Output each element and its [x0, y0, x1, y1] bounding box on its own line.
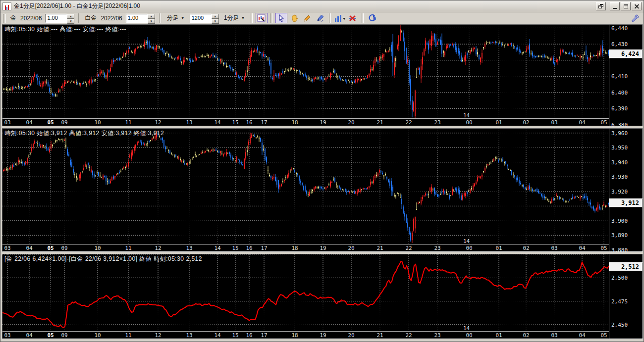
x-tick-label: 16 — [246, 119, 252, 126]
gold-symbol-label: 金 — [10, 14, 16, 22]
platinum-ratio-up-button[interactable]: ▲ — [148, 14, 155, 19]
y-tick-label: 3,880 — [611, 247, 628, 253]
x-tick-label: 19 — [320, 245, 326, 251]
delete-cross-icon — [348, 14, 357, 22]
x-tick-label: 10 — [94, 332, 101, 339]
x-tick-label: 22 — [405, 245, 412, 251]
platinum-chart-canvas[interactable]: 14 — [2, 129, 609, 244]
y-tick-label: 3,900 — [611, 218, 628, 224]
platinum-chart-panel: 14 時刻:05:30 始値:3,912 高値:3,912 安値:3,912 終… — [2, 128, 643, 252]
wrench-icon — [631, 14, 640, 22]
gold-chart-canvas[interactable]: 14 — [2, 25, 609, 118]
gold-contract-month: 2022/06 — [20, 15, 42, 22]
toolbar-separator — [362, 13, 364, 23]
x-tick-label: 04 — [579, 245, 585, 251]
toolbar-separator — [329, 13, 331, 23]
y-tick-label: 2,500 — [611, 275, 628, 281]
toolbar: 金 2022/06 1.00 ▲▼ 白金 2022/06 1.00 ▲▼ 分足 … — [0, 12, 644, 24]
pen-icon — [316, 14, 324, 22]
toolbar-grip[interactable] — [3, 14, 6, 23]
y-tick-label: 6,400 — [611, 90, 628, 96]
spread-chart-panel: 14 [金 22/06 6,424×1.00]-[白金 22/06 3,912×… — [2, 254, 643, 339]
x-tick-label: 11 — [125, 245, 131, 251]
chart-type-button[interactable] — [334, 13, 346, 23]
svg-text:14: 14 — [463, 238, 470, 244]
minimize-button[interactable] — [610, 2, 620, 10]
cursor-tool-button[interactable] — [275, 13, 287, 23]
x-tick-label: 01 — [495, 119, 502, 126]
delete-drawings-button[interactable] — [347, 13, 359, 23]
x-tick-label: 19 — [320, 119, 326, 126]
reload-chart-button[interactable]: R — [367, 13, 378, 23]
x-tick-label: 00 — [466, 119, 472, 126]
y-tick-label: 3,930 — [611, 174, 628, 180]
x-tick-label: 18 — [291, 119, 298, 126]
gold-ratio-input[interactable]: 1.00 — [45, 14, 67, 23]
settings-wrench-button[interactable] — [629, 13, 641, 23]
bar-chart-icon — [334, 14, 345, 22]
svg-text:R: R — [373, 16, 376, 21]
x-tick-label: 15 — [232, 245, 238, 251]
platinum-y-axis[interactable]: 3,912 3,9603,9503,9403,9303,9203,9003,89… — [609, 129, 643, 251]
toolbar-separator — [251, 13, 253, 23]
platinum-ratio-down-button[interactable]: ▼ — [148, 19, 155, 24]
gold-ratio-down-button[interactable]: ▼ — [67, 19, 74, 24]
chevron-down-icon: ▼ — [241, 16, 245, 20]
x-tick-label: 15 — [232, 332, 238, 339]
float-window-button[interactable] — [596, 2, 606, 10]
x-tick-label: 11 — [125, 119, 131, 126]
y-tick-label: 3,940 — [611, 159, 628, 166]
x-tick-label: 02 — [523, 245, 529, 251]
gold-x-axis: 0304050910111213141516171819202122230001… — [2, 118, 609, 126]
spread-y-axis[interactable]: 2,512 2,5002,4752,450 — [609, 254, 643, 339]
pen-tool-button[interactable] — [314, 13, 326, 23]
pencil-tool-button[interactable] — [301, 13, 313, 23]
bar-count-up-button[interactable]: ▲ — [212, 14, 219, 19]
y-tick-label: 3,950 — [611, 145, 628, 151]
period-type-dropdown[interactable]: 分足 ▼ — [164, 13, 187, 23]
gold-y-axis[interactable]: 6,424 6,4406,4306,4106,4006,3906,380 — [609, 25, 643, 126]
y-tick-label: 2,475 — [611, 298, 628, 305]
interval-dropdown[interactable]: 1分足 ▼ — [221, 13, 248, 23]
x-tick-label: 03 — [4, 119, 10, 126]
x-tick-label: 18 — [291, 332, 298, 339]
y-tick-label: 3,960 — [611, 130, 628, 137]
spread-x-axis: 0304050910111213141516171819202122230001… — [2, 331, 609, 339]
x-tick-label: 19 — [320, 332, 326, 339]
reload-icon: R — [368, 14, 377, 22]
x-tick-label: 04 — [26, 245, 32, 251]
x-tick-label: 16 — [246, 245, 252, 251]
x-tick-label: 03 — [551, 245, 557, 251]
chart-area: 14 時刻:05:30 始値:--- 高値:--- 安値:--- 終値:--- … — [2, 24, 643, 341]
x-tick-label: 13 — [186, 332, 192, 339]
x-tick-label: 09 — [61, 245, 67, 251]
period-type-label: 分足 — [167, 14, 179, 22]
gold-ratio-up-button[interactable]: ▲ — [67, 14, 74, 19]
platinum-symbol-label: 白金 — [85, 14, 97, 22]
y-tick-label: 6,380 — [611, 122, 628, 128]
x-tick-label: 03 — [4, 332, 10, 339]
chart-select-tool-button[interactable] — [256, 13, 268, 23]
spread-chart-canvas[interactable]: 14 — [2, 254, 609, 331]
app-icon-blue-candle — [6, 7, 7, 10]
x-tick-label: 01 — [495, 332, 502, 339]
bar-count-down-button[interactable]: ▼ — [212, 19, 219, 24]
x-tick-label: 14 — [214, 332, 220, 339]
bar-count-input[interactable]: 1200 — [190, 14, 212, 23]
hand-tool-button[interactable] — [288, 13, 300, 23]
x-tick-label: 12 — [155, 245, 161, 251]
maximize-button[interactable] — [621, 2, 631, 10]
minimize-icon — [613, 8, 617, 9]
window-controls — [596, 2, 642, 10]
x-tick-label: 17 — [261, 245, 267, 251]
close-icon — [635, 4, 639, 8]
platinum-ratio-input[interactable]: 1.00 — [126, 14, 148, 23]
title-bar[interactable]: 金1分足[2022/06]1.00 - 白金1分足[2022/06]1.00 — [0, 0, 644, 12]
x-tick-label: 23 — [434, 119, 440, 126]
app-icon — [2, 2, 11, 10]
close-button[interactable] — [632, 2, 642, 10]
x-tick-label: 18 — [291, 245, 298, 251]
maximize-icon — [624, 4, 628, 8]
x-tick-label: 23 — [434, 245, 440, 251]
spread-chart-header: [金 22/06 6,424×1.00]-[白金 22/06 3,912×1.0… — [4, 255, 202, 263]
